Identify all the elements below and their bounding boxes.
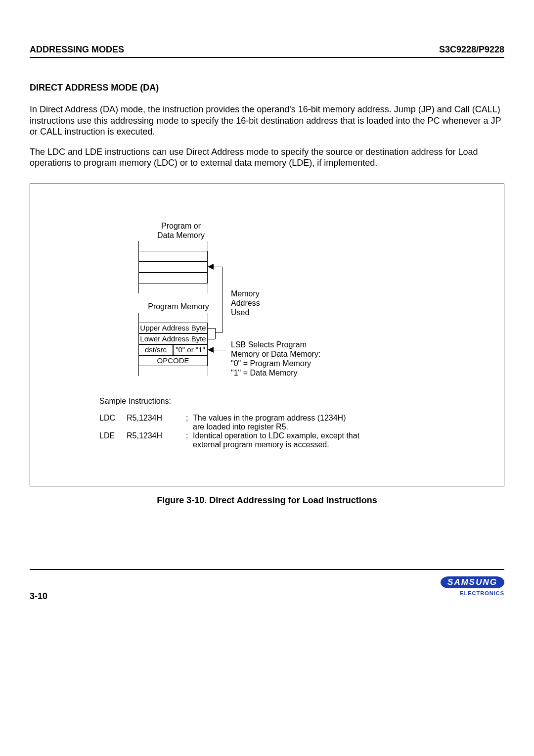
operand: R5,1234H: [127, 414, 186, 423]
comment: are loaded into register R5.: [193, 423, 400, 431]
footer-rule: [30, 569, 504, 570]
mnemonic: LDE: [99, 431, 127, 440]
sample-row: LDE R5,1234H ; Identical operation to LD…: [99, 431, 400, 440]
label-line: Address: [231, 299, 260, 307]
header-right: S3C9228/P9228: [439, 45, 504, 55]
arrow-icon: [208, 264, 214, 270]
mnemonic: LDC: [99, 414, 127, 423]
sample-row-cont: external program memory is accessed.: [99, 440, 400, 449]
sample-title: Sample Instructions:: [99, 397, 400, 406]
section-title: DIRECT ADDRESS MODE (DA): [30, 83, 504, 93]
label-prog-data-mem: Program or Data Memory: [151, 221, 211, 240]
arrow-icon: [208, 347, 214, 353]
sample-instructions: Sample Instructions: LDC R5,1234H ; The …: [99, 397, 400, 449]
header-left: ADDRESSING MODES: [30, 45, 124, 55]
label-line: "0" = Program Memory: [231, 359, 311, 368]
figure-caption: Figure 3-10. Direct Addressing for Load …: [30, 495, 504, 506]
comment: The values in the program address (1234H…: [193, 414, 400, 423]
semicolon: ;: [186, 431, 193, 440]
label-line: "1" = Data Memory: [231, 369, 298, 377]
logo-sub: ELECTRONICS: [441, 590, 504, 596]
sample-row-cont: are loaded into register R5.: [99, 423, 400, 431]
label-line: Used: [231, 308, 249, 317]
cell-lower-addr: Lower Address Byte: [138, 333, 208, 344]
label-line: Memory or Data Memory:: [231, 350, 320, 358]
label-line: LSB Selects Program: [231, 340, 307, 349]
sample-row: LDC R5,1234H ; The values in the program…: [99, 414, 400, 423]
cell-dstsrc: dst/src: [138, 344, 173, 355]
cell-zero-one: "0" or "1": [173, 344, 208, 355]
figure-box: Program or Data Memory Program Memory Up…: [30, 184, 504, 486]
paragraph-2: The LDC and LDE instructions can use Dir…: [30, 146, 504, 169]
label-line: Data Memory: [157, 231, 205, 239]
operand: R5,1234H: [127, 431, 186, 440]
logo-main: SAMSUNG: [441, 576, 504, 588]
comment: Identical operation to LDC example, exce…: [193, 431, 400, 440]
paragraph-1: In Direct Address (DA) mode, the instruc…: [30, 104, 504, 138]
comment: external program memory is accessed.: [193, 440, 400, 449]
page-number: 3-10: [30, 591, 47, 602]
label-program-memory: Program Memory: [146, 302, 211, 311]
label-lsb-selects: LSB Selects Program Memory or Data Memor…: [231, 340, 320, 378]
cell-opcode: OPCODE: [138, 355, 208, 366]
semicolon: ;: [186, 414, 193, 423]
label-line: Memory: [231, 289, 260, 298]
cell-upper-addr: Upper Address Byte: [138, 323, 208, 333]
logo: SAMSUNG ELECTRONICS: [441, 576, 504, 596]
label-line: Program or: [161, 222, 201, 230]
label-memory-address-used: Memory Address Used: [231, 289, 260, 318]
page-header: ADDRESSING MODES S3C9228/P9228: [30, 45, 504, 58]
